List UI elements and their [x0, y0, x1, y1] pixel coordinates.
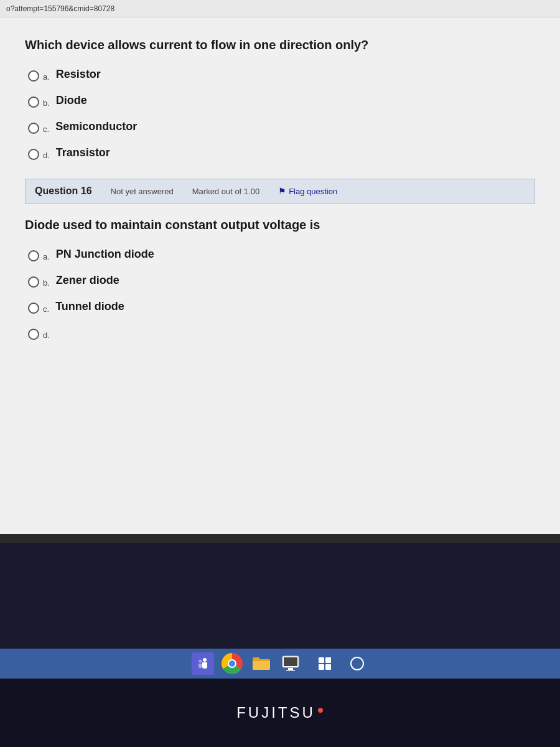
radio-16-a[interactable] — [28, 250, 39, 261]
option-text-15-d: Transistor — [56, 146, 110, 159]
url-bar: o?attempt=155796&cmid=80728 — [0, 0, 560, 17]
option-15-c[interactable]: c. Semiconductor — [25, 121, 535, 134]
taskbar-virtual-desktop-icon[interactable] — [312, 651, 338, 677]
option-text-16-a: PN Junction diode — [56, 248, 154, 261]
svg-point-10 — [351, 657, 363, 670]
url-text: o?attempt=155796&cmid=80728 — [6, 4, 114, 13]
question-15-text: Which device allows current to flow in o… — [25, 36, 535, 54]
option-16-b[interactable]: b. Zener diode — [25, 275, 535, 288]
svg-rect-3 — [284, 657, 297, 666]
svg-rect-5 — [286, 670, 295, 671]
letter-16-d: d. — [43, 331, 50, 340]
svg-rect-8 — [319, 664, 324, 670]
radio-16-d[interactable] — [28, 329, 39, 340]
fujitsu-logo: FUJITSU — [236, 704, 324, 721]
svg-rect-9 — [325, 664, 331, 670]
letter-15-d: d. — [43, 151, 50, 160]
question-16-header: Question 16 Not yet answered Marked out … — [25, 179, 535, 204]
fujitsu-text: FUJITSU — [236, 704, 315, 721]
question-15-section: Which device allows current to flow in o… — [25, 36, 535, 160]
question-16-text: Diode used to maintain constant output v… — [25, 216, 535, 233]
q16-marked: Marked out of 1.00 — [192, 187, 259, 196]
radio-15-a[interactable] — [28, 70, 39, 82]
flag-label: Flag question — [289, 187, 337, 196]
radio-16-c[interactable] — [28, 303, 39, 314]
flag-icon: ⚑ — [278, 186, 286, 196]
option-15-b[interactable]: b. Diode — [25, 95, 535, 108]
radio-15-b[interactable] — [28, 96, 39, 108]
svg-point-1 — [199, 660, 202, 663]
svg-point-0 — [203, 658, 207, 662]
option-16-c[interactable]: c. Tunnel diode — [25, 301, 535, 314]
taskbar-chrome-icon[interactable] — [219, 651, 245, 677]
option-text-15-a: Resistor — [56, 68, 101, 81]
taskbar-folder-icon[interactable] — [248, 651, 274, 677]
svg-rect-6 — [319, 657, 324, 663]
svg-rect-4 — [288, 668, 293, 670]
taskbar — [0, 649, 560, 679]
letter-15-c: c. — [43, 125, 49, 134]
letter-16-c: c. — [43, 304, 49, 314]
option-15-d[interactable]: d. Transistor — [25, 148, 535, 160]
option-text-15-b: Diode — [56, 94, 87, 107]
taskbar-search-circle-icon[interactable] — [344, 651, 370, 677]
q16-status: Not yet answered — [111, 187, 174, 196]
svg-point-11 — [318, 708, 323, 713]
radio-15-d[interactable] — [28, 149, 39, 160]
taskbar-teams-icon[interactable] — [190, 651, 216, 677]
option-15-a[interactable]: a. Resistor — [25, 69, 535, 82]
q16-flag-button[interactable]: ⚑ Flag question — [278, 186, 337, 196]
letter-16-a: a. — [43, 252, 50, 261]
quiz-content: Which device allows current to flow in o… — [0, 17, 560, 534]
q16-number: Question 16 — [35, 186, 92, 197]
option-16-a[interactable]: a. PN Junction diode — [25, 249, 535, 261]
taskbar-monitor-icon[interactable] — [278, 651, 304, 677]
letter-16-b: b. — [43, 278, 50, 288]
fujitsu-dot-icon — [317, 707, 324, 713]
bottom-branding-area: FUJITSU — [0, 679, 560, 747]
question-16-section: Diode used to maintain constant output v… — [25, 216, 535, 340]
option-text-15-c: Semiconductor — [55, 120, 137, 133]
option-16-d[interactable]: d. — [25, 327, 535, 340]
radio-16-b[interactable] — [28, 276, 39, 288]
svg-rect-7 — [325, 657, 331, 663]
radio-15-c[interactable] — [28, 123, 39, 134]
letter-15-a: a. — [43, 72, 50, 82]
dark-divider — [0, 534, 560, 543]
option-text-16-c: Tunnel diode — [55, 300, 124, 313]
option-text-16-b: Zener diode — [56, 274, 119, 287]
letter-15-b: b. — [43, 98, 50, 108]
